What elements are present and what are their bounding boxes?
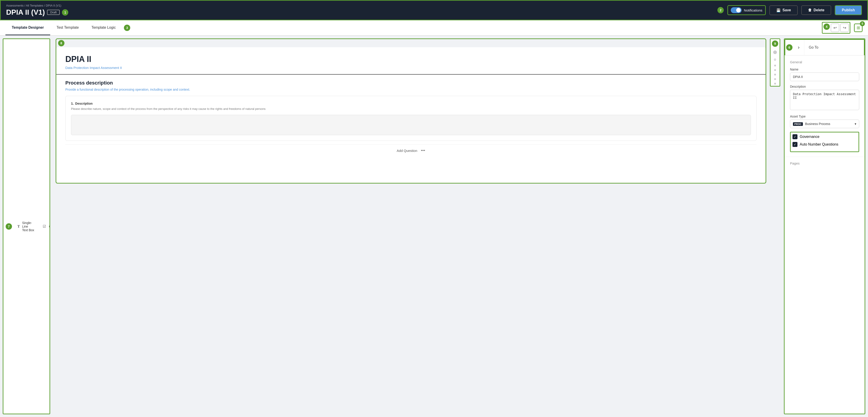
template-card: DPIA II Data Protection Impact Assessmen… — [56, 47, 766, 183]
more-options-icon[interactable]: ••• — [421, 148, 425, 153]
auto-number-checkmark-icon: ✓ — [794, 142, 796, 146]
description-textarea[interactable]: Data Protection Impact Assessment II — [790, 90, 859, 110]
breadcrumb-assessments[interactable]: Assessments — [6, 4, 24, 7]
sidebar-item-single-line-text-box[interactable]: T Single-Line Text Box — [14, 219, 38, 234]
goto-expand-button[interactable]: › — [794, 40, 804, 55]
description-label: Description — [790, 85, 859, 88]
answer-area-1[interactable] — [71, 115, 751, 135]
notifications-toggle[interactable] — [731, 7, 742, 13]
main-layout: 7 T Single-Line Text Box ☑ Checkbox ☰ Ra… — [0, 36, 868, 417]
question-1-num: 1. — [71, 101, 74, 105]
general-section: General Name Description Data Protection… — [784, 56, 865, 157]
goto-header: 6 › Go To — [784, 39, 865, 56]
rail-dot-2 — [774, 69, 776, 71]
undo-redo-group: 4 ↩ ↪ — [822, 22, 850, 34]
tab-template-logic[interactable]: Template Logic — [85, 20, 122, 35]
breadcrumb-current: DPIA II (V1) — [46, 4, 61, 7]
breadcrumb-all-templates[interactable]: All Templates — [26, 4, 43, 7]
right-rail-wrapper: 9 ◎ ○ — [770, 38, 780, 414]
badge-9: 9 — [772, 40, 778, 47]
template-subtitle-link[interactable]: Data Protection Impact Assessment II — [65, 66, 122, 70]
circle-icon[interactable]: ○ — [774, 57, 776, 62]
badge-5: 5 — [860, 21, 865, 26]
governance-checkbox[interactable]: ✓ — [793, 134, 798, 139]
name-field-group: Name — [790, 68, 859, 81]
pages-section-title: Pages — [790, 161, 859, 165]
center-area: 8 DPIA II Data Protection Impact Assessm… — [53, 36, 769, 417]
auto-number-checkbox[interactable]: ✓ — [793, 142, 798, 147]
chevron-right-icon: › — [798, 44, 800, 51]
sidebar-label-single-line: Single-Line Text Box — [22, 221, 35, 232]
notifications-label: Notifications — [744, 8, 763, 12]
asset-type-label: Asset Type — [790, 115, 859, 118]
settings-icon: ⊞ — [857, 25, 860, 30]
question-1-card: 1. Description Please describe nature, s… — [65, 96, 756, 141]
template-title: DPIA II — [65, 55, 756, 64]
undo-icon: ↩ — [833, 25, 837, 30]
rail-dot-1 — [774, 65, 776, 66]
save-icon: 💾 — [776, 8, 781, 12]
description-field-group: Description Data Protection Impact Asses… — [790, 85, 859, 111]
add-question-bar[interactable]: Add Question ••• — [65, 145, 756, 157]
rail-dot-5 — [774, 83, 776, 85]
badge-1: 1 — [62, 9, 68, 15]
save-button[interactable]: 💾 Save — [769, 5, 798, 15]
right-panel: 6 › Go To General Name Description Data … — [784, 38, 865, 414]
rail-dot-3 — [774, 74, 776, 75]
canvas-frame: 8 DPIA II Data Protection Impact Assessm… — [56, 38, 766, 184]
add-question-label: Add Question — [397, 149, 417, 153]
tab-list: Template Designer Test Template Template… — [5, 20, 130, 35]
badge-2: 2 — [717, 7, 724, 13]
pages-section: Pages — [784, 157, 865, 170]
divider — [56, 74, 766, 74]
badge-6: 6 — [786, 44, 793, 51]
checkboxes-group: ✓ Governance ✓ Auto Number Questions — [790, 132, 859, 152]
goto-label: Go To — [804, 45, 823, 50]
settings-group: ⊞ 5 — [854, 24, 863, 32]
auto-number-label: Auto Number Questions — [800, 142, 838, 147]
top-bar: Assessments / All Templates / DPIA II (V… — [0, 0, 868, 20]
checkbox-icon: ☑ — [42, 224, 47, 228]
toolbar: 2 Notifications 💾 Save 🗑 Delete Publish — [717, 5, 862, 15]
undo-button[interactable]: ↩ — [831, 24, 839, 32]
name-input[interactable] — [790, 72, 859, 81]
single-line-icon: T — [18, 224, 20, 228]
delete-icon: 🗑 — [808, 8, 812, 12]
dropdown-arrow-icon: ▾ — [855, 122, 856, 126]
name-label: Name — [790, 68, 859, 71]
page-title: DPIA II (V1) — [6, 8, 45, 17]
publish-button[interactable]: Publish — [835, 5, 862, 15]
governance-label: Governance — [800, 135, 819, 139]
tab-template-designer[interactable]: Template Designer — [5, 20, 50, 35]
proc-badge: PROC — [793, 122, 803, 126]
title-row: DPIA II (V1) Draft 1 — [6, 8, 68, 17]
draft-badge: Draft — [47, 10, 60, 15]
rail-dot-4 — [774, 78, 776, 80]
governance-checkbox-row: ✓ Governance — [793, 134, 857, 139]
tab-bar: Template Designer Test Template Template… — [0, 20, 868, 36]
canvas-wrapper: 8 DPIA II Data Protection Impact Assessm… — [53, 36, 769, 417]
breadcrumb: Assessments / All Templates / DPIA II (V… — [6, 4, 68, 7]
governance-checkmark-icon: ✓ — [794, 135, 796, 138]
title-section: Assessments / All Templates / DPIA II (V… — [6, 4, 68, 17]
general-section-title: General — [790, 60, 859, 64]
section-title: Process description — [65, 80, 756, 86]
badge-8: 8 — [58, 40, 64, 46]
redo-icon: ↪ — [843, 25, 846, 30]
tab-toolbar: 4 ↩ ↪ ⊞ 5 — [822, 22, 863, 34]
asset-type-value: Business Process — [805, 122, 830, 126]
question-1-label: Description — [75, 102, 93, 105]
tab-test-template[interactable]: Test Template — [50, 20, 85, 35]
asset-type-group: Asset Type PROC Business Process ▾ — [790, 115, 859, 128]
sidebar-label-checkbox: Checkbox — [49, 225, 50, 228]
target-icon[interactable]: ◎ — [773, 50, 777, 55]
section-subtitle: Provide a functional description of the … — [65, 88, 756, 91]
auto-number-checkbox-row: ✓ Auto Number Questions — [793, 142, 857, 147]
template-subtitle: Data Protection Impact Assessment II — [65, 66, 756, 70]
delete-button[interactable]: 🗑 Delete — [801, 5, 831, 15]
badge-7: 7 — [6, 223, 12, 230]
sidebar-item-checkbox[interactable]: ☑ Checkbox — [38, 222, 50, 231]
redo-button[interactable]: ↪ — [840, 24, 849, 32]
asset-type-select[interactable]: PROC Business Process ▾ — [790, 120, 859, 128]
badge-3: 3 — [124, 25, 130, 31]
